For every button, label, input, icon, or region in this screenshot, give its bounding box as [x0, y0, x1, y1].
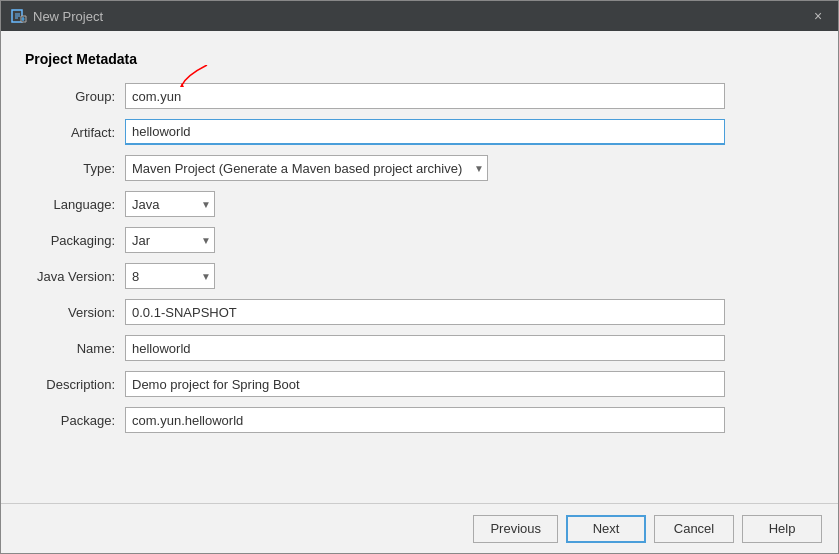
- java-version-select[interactable]: 8 11 17: [125, 263, 215, 289]
- language-select-wrap: Java Kotlin Groovy ▼: [125, 191, 725, 217]
- type-select[interactable]: Maven Project (Generate a Maven based pr…: [125, 155, 488, 181]
- artifact-label: Artifact:: [25, 125, 125, 140]
- language-select-container: Java Kotlin Groovy ▼: [125, 191, 215, 217]
- language-select[interactable]: Java Kotlin Groovy: [125, 191, 215, 217]
- description-input[interactable]: [125, 371, 725, 397]
- help-button[interactable]: Help: [742, 515, 822, 543]
- package-input-wrap: [125, 407, 725, 433]
- type-select-container: Maven Project (Generate a Maven based pr…: [125, 155, 488, 181]
- packaging-label: Packaging:: [25, 233, 125, 248]
- group-row: Group:: [25, 83, 814, 109]
- artifact-row: Artifact:: [25, 119, 814, 145]
- close-button[interactable]: ×: [808, 6, 828, 26]
- java-version-row: Java Version: 8 11 17 ▼: [25, 263, 814, 289]
- group-label: Group:: [25, 89, 125, 104]
- name-label: Name:: [25, 341, 125, 356]
- title-bar-left: New Project: [11, 8, 103, 24]
- description-label: Description:: [25, 377, 125, 392]
- group-input[interactable]: [125, 83, 725, 109]
- package-label: Package:: [25, 413, 125, 428]
- group-input-wrap: [125, 83, 725, 109]
- dialog-title: New Project: [33, 9, 103, 24]
- previous-button[interactable]: Previous: [473, 515, 558, 543]
- description-row: Description:: [25, 371, 814, 397]
- java-version-select-wrap: 8 11 17 ▼: [125, 263, 725, 289]
- new-project-icon: [11, 8, 27, 24]
- title-bar: New Project ×: [1, 1, 838, 31]
- type-row: Type: Maven Project (Generate a Maven ba…: [25, 155, 814, 181]
- package-input[interactable]: [125, 407, 725, 433]
- packaging-select-wrap: Jar War ▼: [125, 227, 725, 253]
- name-input-wrap: [125, 335, 725, 361]
- name-input[interactable]: [125, 335, 725, 361]
- next-button[interactable]: Next: [566, 515, 646, 543]
- content-area: Project Metadata Group: Artifact: Type:: [1, 31, 838, 503]
- language-row: Language: Java Kotlin Groovy ▼: [25, 191, 814, 217]
- version-label: Version:: [25, 305, 125, 320]
- version-row: Version:: [25, 299, 814, 325]
- artifact-input[interactable]: [125, 119, 725, 145]
- packaging-select-container: Jar War ▼: [125, 227, 215, 253]
- package-row: Package:: [25, 407, 814, 433]
- packaging-select[interactable]: Jar War: [125, 227, 215, 253]
- packaging-row: Packaging: Jar War ▼: [25, 227, 814, 253]
- java-version-label: Java Version:: [25, 269, 125, 284]
- description-input-wrap: [125, 371, 725, 397]
- dialog-footer: Previous Next Cancel Help: [1, 503, 838, 553]
- type-select-wrap: Maven Project (Generate a Maven based pr…: [125, 155, 725, 181]
- java-version-select-container: 8 11 17 ▼: [125, 263, 215, 289]
- type-label: Type:: [25, 161, 125, 176]
- cancel-button[interactable]: Cancel: [654, 515, 734, 543]
- version-input-wrap: [125, 299, 725, 325]
- new-project-dialog: New Project × Project Metadata Group: Ar…: [0, 0, 839, 554]
- language-label: Language:: [25, 197, 125, 212]
- name-row: Name:: [25, 335, 814, 361]
- version-input[interactable]: [125, 299, 725, 325]
- artifact-input-wrap: [125, 119, 725, 145]
- section-title: Project Metadata: [25, 51, 814, 67]
